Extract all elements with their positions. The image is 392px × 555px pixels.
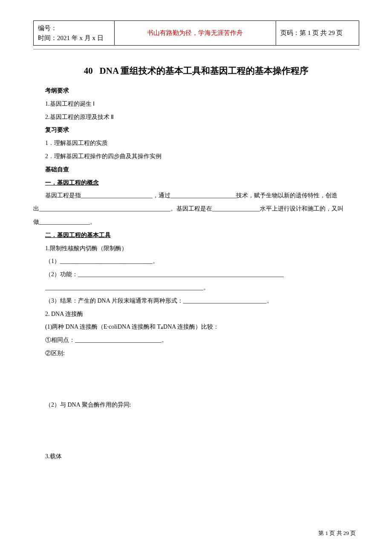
s2-item-3: 3.载体 xyxy=(33,450,359,463)
footer-page: 第 1 页 共 29 页 xyxy=(318,529,356,537)
kgyq-item-2: 2.基因工程的原理及技术 Ⅱ xyxy=(33,111,359,124)
s1-line-b: 出_______________________________________… xyxy=(21,202,359,216)
header-cell-right: 页码：第 1 页 共 29 页 xyxy=(276,21,359,46)
s2-2-1a: ①相同点：_____________________________。 xyxy=(33,334,359,347)
s2-item-1: 1.限制性核酸内切酶（限制酶） xyxy=(33,242,359,255)
s2-2-2: （2）与 DNA 聚合酶作用的异同: xyxy=(33,399,359,412)
motto-text: 书山有路勤为径，学海无涯苦作舟 xyxy=(147,29,243,36)
blank-space-1 xyxy=(33,360,359,399)
s2-1-3: （3）结果：产生的 DNA 片段末端通常有两种形式：______________… xyxy=(33,295,359,308)
header-cell-motto: 书山有路勤为径，学海无涯苦作舟 xyxy=(114,21,276,46)
title-number: 40 xyxy=(84,66,93,76)
serial-label: 编号： xyxy=(38,25,57,32)
title-text: DNA 重组技术的基本工具和基因工程的基本操作程序 xyxy=(100,66,309,76)
s2-item-2: 2. DNA 连接酶 xyxy=(33,308,359,321)
page-title: 40 DNA 重组技术的基本工具和基因工程的基本操作程序 xyxy=(33,65,359,77)
fxyq-item-2: 2．理解基因工程操作的四步曲及其操作实例 xyxy=(33,150,359,163)
header-table: 编号： 时间：2021 年 x 月 x 日 书山有路勤为径，学海无涯苦作舟 页码… xyxy=(33,20,359,46)
s2-2-1b: ②区别: xyxy=(33,347,359,360)
section-fxyq: 复习要求 xyxy=(33,124,359,137)
section-2-title: 二．基因工程的基本工具 xyxy=(33,229,359,242)
s2-1-1: （1）_______________________________。 xyxy=(33,255,359,268)
content-body: 考纲要求 1.基因工程的诞生 Ⅰ 2.基因工程的原理及技术 Ⅱ 复习要求 1．理… xyxy=(33,84,359,463)
blank-space-2 xyxy=(33,412,359,450)
page-label: 页码： xyxy=(280,29,300,36)
s1-line-c: 做_________________。 xyxy=(21,216,359,229)
s2-1-2b: ________________________________________… xyxy=(33,281,359,295)
page-value: 第 1 页 共 29 页 xyxy=(300,29,343,36)
section-1-title: 一．基因工程的概念 xyxy=(33,176,359,190)
fxyq-item-1: 1．理解基因工程的实质 xyxy=(33,137,359,150)
s2-2-1: (1)两种 DNA 连接酶（E·coliDNA 连接酶和 T₄DNA 连接酶）比… xyxy=(33,321,359,334)
kgyq-item-1: 1.基因工程的诞生 Ⅰ xyxy=(33,98,359,111)
header-divider xyxy=(33,49,359,49)
s1-line-a: 基因工程是指________________________，通过_______… xyxy=(33,189,359,202)
date-label: 时间： xyxy=(38,35,57,41)
s2-1-2: （2）功能：__________________________________… xyxy=(33,268,359,281)
section-jczc: 基础自查 xyxy=(33,163,359,176)
date-value: 2021 年 x 月 x 日 xyxy=(57,35,104,41)
header-cell-left: 编号： 时间：2021 年 x 月 x 日 xyxy=(34,21,115,46)
section-kgyq: 考纲要求 xyxy=(33,84,359,98)
